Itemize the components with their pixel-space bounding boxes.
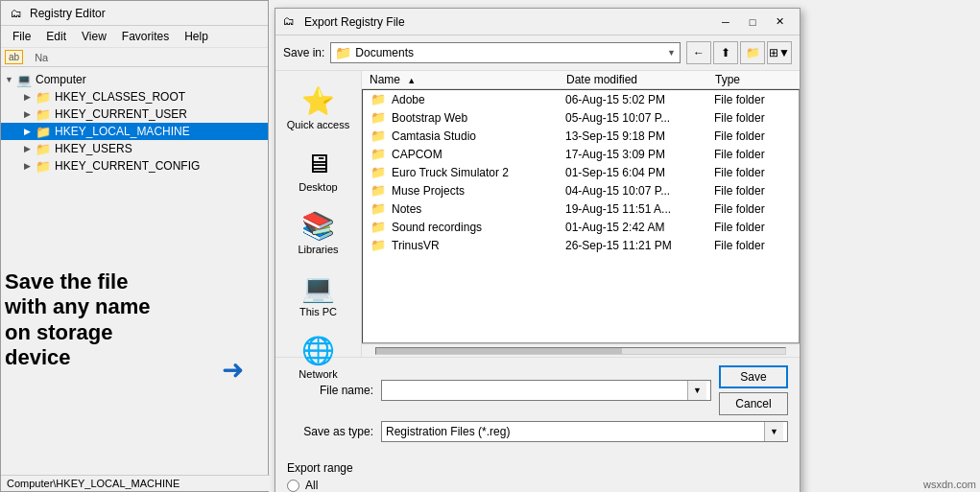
- file-date: 19-Aug-15 11:51 A...: [565, 202, 714, 216]
- file-type: File folder: [714, 93, 791, 106]
- all-radio[interactable]: [287, 480, 299, 492]
- file-row[interactable]: 📁 Camtasia Studio 13-Sep-15 9:18 PM File…: [363, 127, 799, 145]
- nav-item-network[interactable]: 🌐 Network: [280, 328, 357, 387]
- file-folder-icon: 📁: [370, 201, 386, 216]
- annotation-text: Save the filewith any nameon storagedevi…: [5, 269, 226, 371]
- nav-item-libraries[interactable]: 📚 Libraries: [280, 203, 357, 262]
- tree-item-current-config[interactable]: ▶ 📁 HKEY_CURRENT_CONFIG: [1, 157, 268, 175]
- nav-label-libraries: Libraries: [298, 244, 338, 255]
- file-name: Adobe: [392, 93, 565, 106]
- file-type: File folder: [714, 239, 791, 252]
- save-in-label: Save in:: [283, 46, 324, 59]
- savetype-input[interactable]: Registration Files (*.reg) ▼: [381, 421, 788, 442]
- file-date: 26-Sep-15 11:21 PM: [565, 239, 714, 252]
- col-header-date[interactable]: Date modified: [566, 73, 715, 86]
- file-folder-icon: 📁: [370, 220, 386, 234]
- file-name: Sound recordings: [392, 221, 565, 234]
- file-type: File folder: [714, 111, 791, 125]
- file-type: File folder: [714, 166, 791, 179]
- up-button[interactable]: ⬆: [713, 41, 738, 64]
- libraries-icon: 📚: [301, 210, 335, 242]
- save-button[interactable]: Save: [719, 365, 788, 388]
- file-folder-icon: 📁: [370, 110, 386, 125]
- all-radio-label: All: [305, 479, 318, 492]
- savetype-combo-arrow[interactable]: ▼: [764, 422, 783, 441]
- file-row[interactable]: 📁 Muse Projects 04-Aug-15 10:07 P... Fil…: [363, 181, 799, 199]
- file-date: 01-Sep-15 6:04 PM: [565, 166, 714, 179]
- file-row[interactable]: 📁 Sound recordings 01-Aug-15 2:42 AM Fil…: [363, 218, 799, 236]
- minimize-button[interactable]: ─: [713, 12, 738, 33]
- nav-item-quick-access[interactable]: ⭐ Quick access: [280, 79, 357, 137]
- file-list[interactable]: 📁 Adobe 06-Aug-15 5:02 PM File folder 📁 …: [362, 89, 800, 343]
- nav-label-desktop: Desktop: [299, 181, 337, 193]
- dialog-toolbar: Save in: 📁 Documents ▼ ← ⬆ 📁 ⊞▼: [275, 35, 800, 71]
- registry-editor-window: 🗂 Registry Editor File Edit View Favorit…: [0, 0, 269, 492]
- watermark: wsxdn.com: [923, 479, 976, 490]
- registry-statusbar: Computer\HKEY_LOCAL_MACHINE: [1, 475, 270, 491]
- quick-access-icon: ⭐: [301, 85, 335, 117]
- export-registry-dialog: 🗂 Export Registry File ─ □ ✕ Save in: 📁 …: [275, 8, 801, 492]
- file-row[interactable]: 📁 TrinusVR 26-Sep-15 11:21 PM File folde…: [363, 236, 799, 254]
- file-date: 17-Aug-15 3:09 PM: [565, 148, 714, 161]
- tree-item-users[interactable]: ▶ 📁 HKEY_USERS: [1, 140, 268, 157]
- new-folder-button[interactable]: 📁: [740, 41, 765, 64]
- menu-edit[interactable]: Edit: [38, 28, 74, 45]
- file-row[interactable]: 📁 Notes 19-Aug-15 11:51 A... File folder: [363, 199, 799, 218]
- back-button[interactable]: ←: [686, 41, 711, 64]
- registry-titlebar: 🗂 Registry Editor: [1, 1, 268, 26]
- tree-item-classes-root[interactable]: ▶ 📁 HKEY_CLASSES_ROOT: [1, 88, 268, 105]
- col-header-name[interactable]: Name ▲: [370, 73, 566, 86]
- file-row[interactable]: 📁 Bootstrap Web 05-Aug-15 10:07 P... Fil…: [363, 108, 799, 127]
- col-header-type[interactable]: Type: [715, 73, 792, 86]
- horizontal-scrollbar[interactable]: [362, 343, 800, 357]
- file-folder-icon: 📁: [370, 165, 386, 179]
- file-date: 04-Aug-15 10:07 P...: [565, 184, 714, 198]
- file-name: CAPCOM: [392, 148, 565, 161]
- menu-view[interactable]: View: [74, 28, 114, 45]
- maximize-button[interactable]: □: [740, 12, 765, 33]
- tree-item-computer[interactable]: ▼ 💻 Computer: [1, 71, 268, 88]
- file-folder-icon: 📁: [370, 147, 386, 161]
- desktop-icon: 🖥: [305, 148, 332, 179]
- file-name: Bootstrap Web: [392, 111, 565, 125]
- annotation-arrow: ➜: [222, 354, 244, 386]
- close-button[interactable]: ✕: [767, 12, 792, 33]
- file-row[interactable]: 📁 Adobe 06-Aug-15 5:02 PM File folder: [363, 90, 799, 108]
- left-panel: ⭐ Quick access 🖥 Desktop 📚 Libraries 💻 T…: [275, 71, 362, 357]
- registry-tree: ▼ 💻 Computer ▶ 📁 HKEY_CLASSES_ROOT ▶ 📁 H…: [1, 67, 268, 178]
- filename-input[interactable]: ▼: [381, 380, 711, 401]
- menu-help[interactable]: Help: [177, 28, 216, 45]
- filename-combo-arrow[interactable]: ▼: [687, 381, 706, 400]
- file-date: 13-Sep-15 9:18 PM: [565, 129, 714, 143]
- file-name: Notes: [392, 202, 565, 216]
- nav-item-desktop[interactable]: 🖥 Desktop: [280, 141, 357, 199]
- titlebar-buttons: ─ □ ✕: [713, 12, 792, 33]
- scrollbar-track: [375, 347, 786, 355]
- cancel-button[interactable]: Cancel: [719, 392, 788, 415]
- save-in-combo[interactable]: 📁 Documents ▼: [330, 42, 681, 63]
- file-row[interactable]: 📁 Euro Truck Simulator 2 01-Sep-15 6:04 …: [363, 163, 799, 181]
- tree-item-current-user[interactable]: ▶ 📁 HKEY_CURRENT_USER: [1, 105, 268, 123]
- menu-file[interactable]: File: [5, 28, 38, 45]
- view-button[interactable]: ⊞▼: [767, 41, 792, 64]
- registry-icon: 🗂: [9, 6, 24, 21]
- savetype-value: Registration Files (*.reg): [386, 425, 764, 438]
- nav-label-this-pc: This PC: [299, 306, 337, 317]
- menu-favorites[interactable]: Favorites: [114, 28, 177, 45]
- save-in-value: Documents: [355, 46, 667, 59]
- toolbar-nav-buttons: ← ⬆ 📁 ⊞▼: [686, 41, 792, 64]
- dialog-icon: 🗂: [283, 14, 299, 30]
- file-name: Camtasia Studio: [392, 129, 565, 143]
- file-date: 01-Aug-15 2:42 AM: [565, 221, 714, 234]
- sort-arrow: ▲: [407, 76, 416, 85]
- file-row[interactable]: 📁 CAPCOM 17-Aug-15 3:09 PM File folder: [363, 145, 799, 163]
- file-list-header: Name ▲ Date modified Type: [362, 71, 800, 89]
- nav-item-this-pc[interactable]: 💻 This PC: [280, 266, 357, 324]
- nav-label-network: Network: [299, 368, 337, 380]
- folder-icon: 📁: [335, 45, 351, 60]
- save-in-arrow: ▼: [667, 48, 676, 58]
- export-range-title: Export range: [287, 461, 788, 475]
- tree-item-local-machine[interactable]: ▶ 📁 HKEY_LOCAL_MACHINE: [1, 123, 268, 140]
- form-buttons: Save Cancel: [719, 365, 788, 415]
- dialog-title: Export Registry File: [304, 15, 713, 29]
